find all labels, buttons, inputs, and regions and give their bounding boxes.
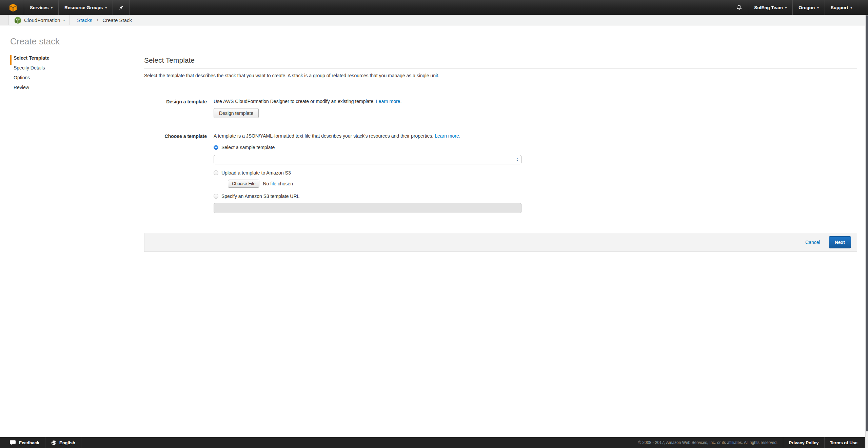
top-nav: Services ▾ Resource Groups ▾	[0, 0, 868, 15]
notifications-button[interactable]	[731, 0, 748, 15]
design-template-label: Design a template	[144, 99, 207, 118]
wizard-layout: Select Template Specify Details Options …	[0, 55, 868, 252]
nav-account-menu[interactable]: SolEng Team ▾	[748, 0, 792, 15]
footer-end-pad	[863, 437, 865, 448]
breadcrumb-left-strip	[0, 15, 9, 25]
terms-of-use-link[interactable]: Terms of Use	[825, 437, 863, 448]
language-button[interactable]: English	[45, 437, 81, 448]
caret-down-icon: ▾	[63, 18, 65, 22]
account-name-label: SolEng Team	[754, 5, 783, 10]
nav-region-menu[interactable]: Oregon ▾	[793, 0, 825, 15]
url-template-option: Specify an Amazon S3 template URL	[214, 194, 857, 199]
sample-template-select[interactable]: ▲ ▼	[214, 155, 521, 164]
file-status-text: No file chosen	[263, 181, 293, 186]
choose-template-field: A template is a JSON/YAML-formatted text…	[214, 133, 857, 213]
sample-template-option: Select a sample template	[214, 145, 857, 150]
breadcrumb-stacks-link[interactable]: Stacks	[70, 15, 92, 25]
privacy-policy-link[interactable]: Privacy Policy	[783, 437, 824, 448]
next-button[interactable]: Next	[829, 236, 851, 248]
aws-cube-icon	[9, 4, 17, 12]
page-title: Create stack	[10, 36, 868, 46]
copyright-text: © 2008 - 2017, Amazon Web Services, Inc.…	[633, 437, 783, 448]
cloudformation-icon	[15, 17, 21, 24]
choose-template-row: Choose a template A template is a JSON/Y…	[144, 133, 857, 213]
choose-template-label: Choose a template	[144, 133, 207, 213]
wizard-action-bar: Cancel Next	[144, 233, 857, 252]
sample-template-radio-label: Select a sample template	[221, 145, 275, 150]
step-options: Options	[10, 75, 144, 85]
nav-services-menu[interactable]: Services ▾	[24, 0, 58, 15]
upload-template-radio[interactable]	[214, 170, 218, 175]
caret-down-icon: ▾	[105, 6, 107, 9]
upload-template-radio-label: Upload a template to Amazon S3	[221, 170, 291, 176]
choose-template-text: A template is a JSON/YAML-formatted text…	[214, 133, 433, 139]
bell-icon	[736, 4, 742, 11]
nav-divider	[130, 0, 130, 15]
vertical-scrollbar-track[interactable]	[865, 15, 868, 448]
nav-resource-groups-menu[interactable]: Resource Groups ▾	[59, 0, 113, 15]
nav-account-group: SolEng Team ▾ Oregon ▾ Support ▾	[731, 0, 868, 15]
language-label: English	[59, 440, 75, 445]
main-content: Select Template Select the template that…	[144, 55, 857, 252]
footer-divider	[81, 437, 81, 448]
nav-menu-group: Services ▾ Resource Groups ▾	[0, 0, 130, 15]
aws-logo[interactable]	[0, 0, 24, 15]
design-template-button[interactable]: Design template	[214, 108, 259, 118]
caret-down-icon: ▾	[785, 6, 787, 9]
globe-icon	[51, 440, 56, 445]
wizard-steps: Select Template Specify Details Options …	[0, 55, 144, 252]
design-template-text: Use AWS CloudFormation Designer to creat…	[214, 99, 375, 104]
caret-down-icon: ▾	[817, 6, 819, 9]
s3-template-url-input[interactable]	[214, 203, 521, 213]
design-learn-more-link[interactable]: Learn more.	[376, 99, 401, 104]
footer-legal: © 2008 - 2017, Amazon Web Services, Inc.…	[633, 437, 865, 448]
speech-bubble-icon	[9, 440, 16, 445]
url-template-radio[interactable]	[214, 194, 218, 199]
nav-services-label: Services	[30, 5, 49, 10]
feedback-label: Feedback	[19, 440, 39, 445]
step-specify-details: Specify Details	[10, 65, 144, 75]
step-select-template: Select Template	[10, 55, 144, 65]
support-label: Support	[831, 5, 848, 10]
vertical-scrollbar-thumb[interactable]	[866, 15, 868, 431]
region-label: Oregon	[798, 5, 815, 10]
nav-pin-button[interactable]	[113, 0, 130, 15]
step-review: Review	[10, 85, 144, 95]
footer: Feedback English © 2008 - 2017, Amazon W…	[0, 437, 865, 448]
breadcrumb-service-label: CloudFormation	[24, 17, 60, 23]
feedback-button[interactable]: Feedback	[0, 437, 45, 448]
cancel-button[interactable]: Cancel	[805, 240, 820, 245]
breadcrumb: CloudFormation ▾ Stacks › Create Stack	[0, 15, 868, 25]
file-upload-row: Choose File No file chosen	[228, 180, 857, 188]
upload-template-option: Upload a template to Amazon S3	[214, 170, 857, 176]
service-menu-cloudformation[interactable]: CloudFormation ▾	[9, 15, 69, 25]
section-description: Select the template that describes the s…	[144, 73, 857, 79]
url-template-radio-label: Specify an Amazon S3 template URL	[221, 194, 299, 199]
choose-learn-more-link[interactable]: Learn more.	[435, 133, 460, 139]
design-template-field: Use AWS CloudFormation Designer to creat…	[214, 99, 857, 118]
nav-resource-groups-label: Resource Groups	[64, 5, 103, 10]
heading-divider	[144, 68, 857, 68]
choose-file-button[interactable]: Choose File	[228, 180, 259, 188]
sample-template-radio[interactable]	[214, 145, 218, 150]
section-heading: Select Template	[144, 56, 857, 64]
caret-down-icon: ▾	[850, 6, 852, 9]
breadcrumb-current: Create Stack	[102, 15, 132, 25]
pushpin-icon	[119, 5, 124, 10]
caret-down-icon: ▾	[51, 6, 53, 9]
select-stepper-icon: ▲ ▼	[516, 158, 521, 162]
chevron-right-icon: ›	[92, 15, 102, 25]
design-template-row: Design a template Use AWS CloudFormation…	[144, 99, 857, 118]
nav-support-menu[interactable]: Support ▾	[825, 0, 858, 15]
